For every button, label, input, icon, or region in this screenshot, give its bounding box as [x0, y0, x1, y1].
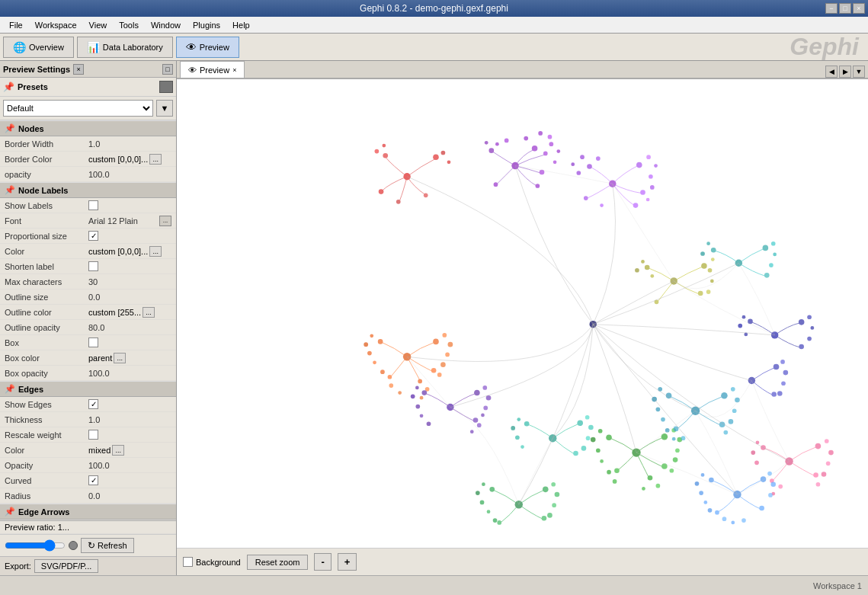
- svg-point-203: [771, 392, 777, 397]
- menu-workspace[interactable]: Workspace: [29, 19, 83, 31]
- svg-point-198: [708, 508, 713, 513]
- panel-maximize-button[interactable]: □: [162, 64, 173, 75]
- tab-nav-right[interactable]: ▶: [839, 66, 851, 78]
- show-labels-checkbox[interactable]: [88, 200, 98, 210]
- svg-point-23: [553, 160, 557, 164]
- svg-point-168: [547, 513, 553, 518]
- preview-ratio-slider[interactable]: [5, 539, 66, 552]
- edge-color-button[interactable]: ...: [112, 445, 124, 456]
- menu-tools[interactable]: Tools: [113, 19, 145, 31]
- curved-label: Curved: [5, 476, 88, 485]
- close-button[interactable]: ×: [853, 3, 865, 14]
- svg-point-169: [482, 482, 485, 486]
- panel-close-button[interactable]: ×: [73, 64, 84, 75]
- preview-tab-close[interactable]: ×: [232, 66, 236, 74]
- prop-size-checkbox[interactable]: [88, 231, 98, 241]
- svg-point-37: [646, 198, 650, 202]
- window-title: Gephi 0.8.2 - demo-gephi.gexf.gephi: [360, 3, 508, 14]
- preview-button[interactable]: 👁 Preview: [176, 37, 239, 58]
- svg-point-42: [600, 203, 604, 207]
- border-color-button[interactable]: ...: [149, 154, 162, 165]
- curved-checkbox[interactable]: [88, 475, 98, 485]
- nl-color-button[interactable]: ...: [149, 246, 162, 257]
- preview-tab-icon: 👁: [188, 66, 197, 75]
- svg-point-205: [780, 360, 785, 364]
- svg-point-207: [781, 381, 786, 385]
- overview-button[interactable]: 🌐 Overview: [3, 37, 74, 58]
- svg-point-9: [382, 144, 386, 148]
- svg-point-122: [373, 360, 376, 364]
- svg-point-40: [576, 171, 581, 175]
- shorten-checkbox[interactable]: [88, 261, 98, 271]
- save-preset-icon[interactable]: [159, 81, 173, 93]
- zoom-plus-button[interactable]: +: [338, 553, 357, 571]
- font-value-area: Arial 12 Plain ...: [88, 216, 171, 226]
- svg-point-51: [706, 290, 711, 294]
- show-edges-checkbox[interactable]: [88, 399, 98, 409]
- svg-point-206: [783, 370, 789, 376]
- svg-point-100: [826, 461, 831, 465]
- refresh-label: Refresh: [98, 541, 127, 550]
- svg-point-194: [701, 473, 705, 477]
- preset-select[interactable]: Default: [3, 100, 153, 117]
- svg-point-6: [441, 151, 446, 155]
- zoom-minus-button[interactable]: -: [314, 553, 331, 571]
- export-label: Export:: [5, 561, 31, 571]
- svg-point-129: [473, 417, 479, 423]
- presets-section: 📌 Presets: [0, 78, 176, 97]
- rescale-label: Rescale weight: [5, 430, 88, 440]
- preview-tab[interactable]: 👁 Preview ×: [180, 61, 245, 78]
- thickness-label: Thickness: [5, 415, 88, 424]
- menu-window[interactable]: Window: [145, 19, 187, 31]
- svg-point-195: [695, 481, 700, 486]
- svg-point-125: [398, 391, 402, 395]
- font-edit-button[interactable]: ...: [159, 216, 171, 226]
- svg-point-49: [708, 268, 713, 273]
- svg-point-183: [511, 426, 515, 430]
- minimize-button[interactable]: −: [825, 3, 838, 14]
- svg-point-30: [584, 196, 588, 200]
- menu-view[interactable]: View: [83, 19, 114, 31]
- menu-file[interactable]: File: [3, 19, 29, 31]
- svg-point-19: [556, 149, 560, 153]
- edge-opacity-value: 100.0: [88, 461, 171, 470]
- svg-point-91: [656, 484, 661, 488]
- svg-point-156: [661, 417, 665, 422]
- maximize-button[interactable]: □: [839, 3, 851, 14]
- svg-point-25: [504, 139, 509, 143]
- menu-help[interactable]: Help: [226, 19, 256, 31]
- settings-scroll[interactable]: 📌 Nodes Border Width 1.0 Border Color cu…: [0, 120, 176, 520]
- outline-opacity-row: Outline opacity 80.0: [0, 320, 176, 335]
- pin-icon: 📌: [3, 82, 14, 92]
- preset-dropdown-button[interactable]: ▼: [156, 100, 173, 117]
- svg-point-61: [769, 263, 774, 267]
- box-checkbox[interactable]: [88, 337, 98, 347]
- edge-opacity-row: Opacity 100.0: [0, 458, 176, 473]
- background-checkbox[interactable]: [183, 557, 193, 567]
- main-content: Preview Settings × □ 📌 Presets Default ▼: [0, 61, 868, 575]
- reset-zoom-button[interactable]: Reset zoom: [247, 555, 309, 570]
- svg-point-5: [379, 189, 384, 194]
- menu-plugins[interactable]: Plugins: [187, 19, 226, 31]
- box-color-button[interactable]: ...: [114, 353, 126, 363]
- svg-point-60: [773, 253, 777, 257]
- svg-point-24: [495, 142, 499, 146]
- svg-point-155: [656, 408, 661, 412]
- refresh-button[interactable]: ↻ Refresh: [81, 538, 134, 553]
- svg-point-2: [383, 153, 388, 158]
- svg-point-14: [494, 182, 498, 187]
- prop-size-label: Proportional size: [5, 232, 88, 241]
- box-color-value-area: parent ...: [88, 353, 171, 363]
- shorten-label: Shorten label: [5, 262, 88, 271]
- outline-color-button[interactable]: ...: [143, 307, 155, 318]
- svg-point-71: [742, 315, 746, 319]
- export-button[interactable]: SVG/PDF/P...: [34, 559, 98, 573]
- svg-point-31: [633, 203, 639, 208]
- svg-point-114: [442, 333, 447, 337]
- data-lab-button[interactable]: 📊 Data Laboratory: [77, 37, 173, 58]
- tab-nav-left[interactable]: ◀: [825, 66, 838, 78]
- preview-bottom-bar: Background Reset zoom - +: [177, 548, 868, 575]
- svg-point-1: [433, 154, 439, 160]
- rescale-checkbox[interactable]: [88, 430, 98, 440]
- tab-nav-menu[interactable]: ▼: [853, 66, 865, 78]
